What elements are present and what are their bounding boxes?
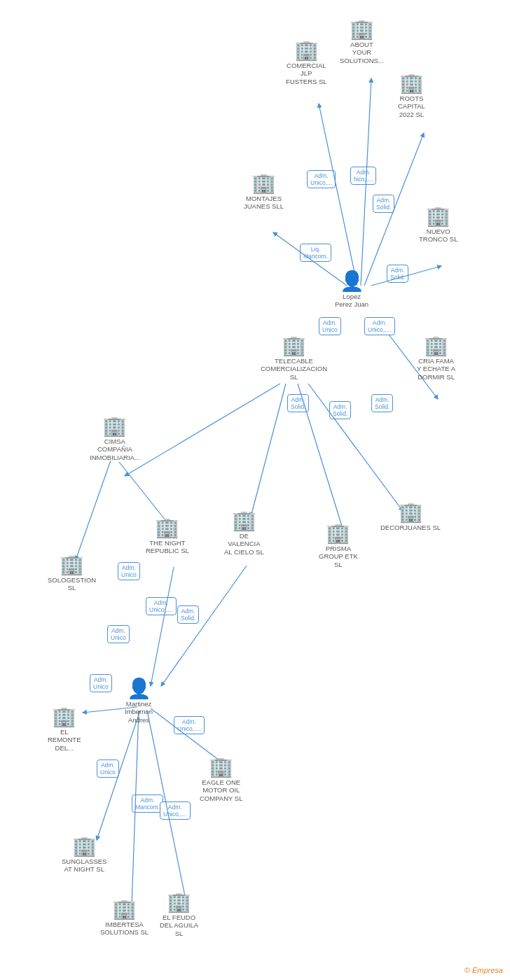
badge-b16[interactable]: Adm.Unico,.... bbox=[174, 716, 205, 734]
building-icon: 🏢 bbox=[102, 416, 127, 436]
the-night-node: 🏢 THE NIGHTREPUBLIC SL bbox=[146, 518, 189, 555]
sologestion-label: SOLOGESTIONSL bbox=[48, 576, 96, 592]
sologestion-node: 🏢 SOLOGESTIONSL bbox=[48, 555, 96, 592]
badge-b9[interactable]: Adm.Solid. bbox=[329, 401, 351, 419]
imbertesa-label: IMBERTESASOLUTIONS SL bbox=[100, 920, 149, 937]
martinez-node: 👤 MartinezImbernonAndres bbox=[125, 679, 153, 724]
nuevo-tronco-node: 🏢 NUEVOTRONCO SL bbox=[419, 206, 457, 244]
svg-line-12 bbox=[151, 567, 174, 686]
badge-b8[interactable]: Adm.Solid. bbox=[287, 394, 309, 412]
badge-b14[interactable]: Adm.Unico bbox=[107, 625, 130, 643]
badge-b18[interactable]: Adm.Mancom. bbox=[132, 794, 163, 813]
about-your-solutions-label: ABOUTYOURSOLUTIONS... bbox=[340, 41, 384, 64]
de-valencia-node: 🏢 DEVALENCIAAL CIELO SL bbox=[224, 511, 264, 556]
the-night-label: THE NIGHTREPUBLIC SL bbox=[146, 539, 189, 555]
building-icon: 🏢 bbox=[426, 206, 450, 226]
montajes-juanes-label: MONTAJESJUANES SLL bbox=[244, 195, 284, 211]
telecable-label: TELECABLECOMERCIALIZACIONSL bbox=[261, 357, 327, 381]
sunglasses-label: SUNGLASSESAT NIGHT SL bbox=[62, 858, 106, 874]
badge-b13[interactable]: Adm.Solid. bbox=[177, 606, 199, 624]
decorjuanes-label: DECORJUANES SL bbox=[380, 524, 441, 531]
comercial-jlp-node: 🏢 COMERCIALJLPFUSTERS SL bbox=[286, 41, 327, 85]
cimsa-label: CIMSACOMPAÑIAINMOBILIARIA... bbox=[90, 438, 140, 461]
el-remonte-node: 🏢 ELREMONTEDEL... bbox=[48, 707, 81, 752]
eagle-one-label: EAGLE ONEMOTOR OILCOMPANY SL bbox=[200, 778, 242, 802]
building-icon: 🏢 bbox=[350, 20, 374, 39]
building-icon: 🏢 bbox=[52, 707, 76, 727]
building-icon: 🏢 bbox=[167, 892, 191, 912]
roots-capital-node: 🏢 ROOTSCAPITAL2022 SL bbox=[398, 74, 425, 118]
imbertesa-node: 🏢 IMBERTESASOLUTIONS SL bbox=[100, 899, 149, 937]
building-icon: 🏢 bbox=[282, 336, 306, 356]
cria-fama-label: CRIA FAMAY ECHATE ADORMIR SL bbox=[417, 357, 455, 381]
lopez-perez-node: 👤 LopezPerez Juan bbox=[335, 272, 368, 309]
about-your-solutions-node: 🏢 ABOUTYOURSOLUTIONS... bbox=[340, 20, 384, 64]
connection-lines bbox=[0, 0, 510, 980]
person-icon: 👤 bbox=[340, 272, 364, 291]
el-remonte-label: ELREMONTEDEL... bbox=[48, 728, 81, 752]
badge-b7[interactable]: Adm.Unico,.... bbox=[364, 317, 395, 335]
svg-line-10 bbox=[76, 461, 111, 560]
badge-b1[interactable]: Adm.Unico,... bbox=[307, 170, 336, 188]
badge-b4[interactable]: Liq.Mancom. bbox=[300, 244, 331, 262]
badge-b15[interactable]: Adm.Unico bbox=[90, 674, 112, 692]
building-icon: 🏢 bbox=[72, 836, 97, 856]
svg-line-13 bbox=[161, 566, 247, 686]
svg-line-5 bbox=[125, 384, 280, 476]
building-icon: 🏢 bbox=[424, 336, 448, 356]
badge-b2[interactable]: Adm.hico,.... bbox=[350, 167, 376, 185]
badge-b5[interactable]: Adm.Solid. bbox=[387, 265, 408, 283]
building-icon: 🏢 bbox=[155, 518, 179, 538]
montajes-juanes-node: 🏢 MONTAJESJUANES SLL bbox=[244, 174, 284, 211]
watermark: © Empresa bbox=[464, 966, 503, 974]
building-icon: 🏢 bbox=[209, 757, 233, 777]
el-feudo-label: EL FEUDODEL AGUILASL bbox=[160, 913, 198, 937]
building-icon: 🏢 bbox=[60, 555, 84, 575]
prisma-group-label: PRISMAGROUP ETKSL bbox=[319, 545, 358, 568]
nuevo-tronco-label: NUEVOTRONCO SL bbox=[419, 227, 457, 244]
prisma-group-node: 🏢 PRISMAGROUP ETKSL bbox=[319, 524, 358, 568]
person-icon: 👤 bbox=[127, 679, 151, 699]
comercial-jlp-label: COMERCIALJLPFUSTERS SL bbox=[286, 62, 327, 85]
badge-b17[interactable]: Adm.Unico bbox=[97, 760, 119, 778]
building-icon-orange: 🏢 bbox=[232, 511, 256, 531]
roots-capital-label: ROOTSCAPITAL2022 SL bbox=[398, 94, 425, 118]
building-icon: 🏢 bbox=[294, 41, 319, 60]
svg-line-11 bbox=[119, 462, 168, 524]
de-valencia-label: DEVALENCIAAL CIELO SL bbox=[224, 532, 264, 556]
lopez-perez-label: LopezPerez Juan bbox=[335, 293, 368, 309]
badge-b6[interactable]: Adm.Unico bbox=[319, 317, 341, 335]
eagle-one-node: 🏢 EAGLE ONEMOTOR OILCOMPANY SL bbox=[200, 757, 242, 802]
building-icon: 🏢 bbox=[326, 524, 350, 543]
cimsa-node: 🏢 CIMSACOMPAÑIAINMOBILIARIA... bbox=[90, 416, 140, 461]
decorjuanes-node: 🏢 DECORJUANES SL bbox=[380, 503, 441, 531]
building-icon: 🏢 bbox=[399, 503, 423, 522]
badge-b19[interactable]: Adm.Unico,.... bbox=[160, 802, 191, 820]
building-icon: 🏢 bbox=[251, 174, 276, 193]
graph-container: 🏢 ABOUTYOURSOLUTIONS... 🏢 COMERCIALJLPFU… bbox=[0, 0, 510, 980]
el-feudo-node: 🏢 EL FEUDODEL AGUILASL bbox=[160, 892, 198, 937]
badge-b10[interactable]: Adm.Solid. bbox=[371, 394, 393, 412]
badge-b12[interactable]: Adm.Unico,.... bbox=[146, 597, 177, 615]
sunglasses-node: 🏢 SUNGLASSESAT NIGHT SL bbox=[62, 836, 106, 874]
building-icon: 🏢 bbox=[399, 74, 424, 93]
martinez-label: MartinezImbernonAndres bbox=[125, 700, 153, 724]
svg-line-6 bbox=[251, 384, 286, 517]
badge-b11[interactable]: Adm.Unico bbox=[118, 562, 140, 580]
cria-fama-node: 🏢 CRIA FAMAY ECHATE ADORMIR SL bbox=[417, 336, 455, 381]
telecable-node: 🏢 TELECABLECOMERCIALIZACIONSL bbox=[261, 336, 327, 381]
badge-b3[interactable]: Adm.Solid. bbox=[373, 195, 394, 213]
building-icon: 🏢 bbox=[112, 899, 137, 919]
